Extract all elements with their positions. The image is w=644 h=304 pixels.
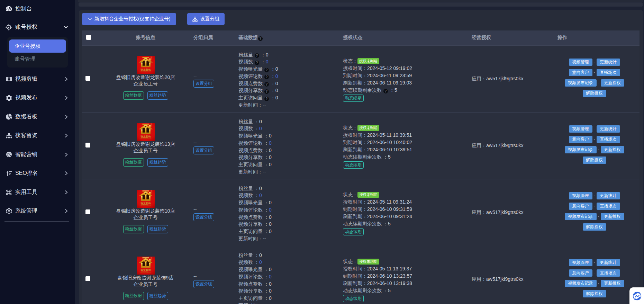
row-checkbox[interactable] <box>85 276 90 281</box>
fans-trend-button[interactable]: 粉丝趋势 <box>147 225 168 233</box>
op-button[interactable]: 意向客户 <box>569 203 592 210</box>
help-icon[interactable]: ? <box>264 75 269 79</box>
set-group-button[interactable]: 设置分组 <box>187 13 225 25</box>
sidebar-item-5[interactable]: 获客留资 <box>0 127 75 144</box>
set-group-row-button[interactable]: 设置分组 <box>193 213 214 221</box>
fans-trend-button[interactable]: 粉丝趋势 <box>147 91 168 100</box>
op-button[interactable]: 直播场次 <box>597 203 620 210</box>
customer-service-button[interactable] <box>629 287 644 304</box>
stat-line: 粉丝量 ：0 <box>238 118 336 125</box>
fans-data-button[interactable]: 粉丝数据 <box>123 225 144 233</box>
op-dash: - <box>598 214 599 219</box>
dynamic-renew-button[interactable]: 动态续期 <box>343 95 364 102</box>
sidebar-item-0[interactable]: 控制台 <box>0 0 75 17</box>
op-button[interactable]: 解除授权 <box>583 223 606 231</box>
set-group-row-button[interactable]: 设置分组 <box>193 80 214 88</box>
row-checkbox[interactable] <box>85 76 90 81</box>
set-group-row-button[interactable]: 设置分组 <box>193 280 214 288</box>
op-button[interactable]: 视频发布记录 <box>565 280 597 287</box>
status-badge: 授权未到期 <box>357 125 379 131</box>
op-button[interactable]: 直播场次 <box>597 136 620 143</box>
op-button[interactable]: 更新授权 <box>601 146 624 153</box>
sidebar-divider <box>4 221 69 222</box>
op-button[interactable]: 解除授权 <box>583 157 606 164</box>
op-button[interactable]: 视频管理 <box>569 259 592 266</box>
stat-value[interactable]: 0 <box>269 140 272 146</box>
op-button[interactable]: 视频发布记录 <box>565 79 597 87</box>
op-button[interactable]: 意向客户 <box>569 69 592 76</box>
header-group-label: 分组归属 <box>193 35 213 40</box>
op-button[interactable]: 视频管理 <box>569 192 592 199</box>
op-button[interactable]: 更新授权 <box>601 213 624 220</box>
row-checkbox[interactable] <box>85 143 90 147</box>
op-button[interactable]: 解除授权 <box>583 290 606 297</box>
toolbar: 新增抖音企业号授权(仅支持企业号) 设置分组 <box>82 13 640 25</box>
fans-data-button[interactable]: 粉丝数据 <box>123 158 144 167</box>
op-button[interactable]: 视频管理 <box>569 125 592 133</box>
op-button[interactable]: 意向客户 <box>569 136 592 143</box>
help-icon[interactable]: ? <box>255 61 259 65</box>
dynamic-renew-button[interactable]: 动态续期 <box>343 228 364 235</box>
dynamic-renew-button[interactable]: 动态续期 <box>343 295 364 302</box>
stat-value[interactable]: 0 <box>269 274 272 279</box>
op-button[interactable]: 更新统计 <box>597 259 620 266</box>
stat-value[interactable]: 0 <box>275 73 278 79</box>
sidebar-item-6[interactable]: 智能营销 <box>0 146 75 163</box>
stat-label: 视频数 <box>238 193 253 198</box>
fans-trend-button[interactable]: 粉丝趋势 <box>147 158 168 167</box>
help-icon[interactable]: ? <box>264 82 269 87</box>
fans-trend-button[interactable]: 粉丝趋势 <box>147 292 168 300</box>
help-icon[interactable]: ? <box>258 36 263 41</box>
sidebar-item-3[interactable]: 视频发布 <box>0 89 75 107</box>
op-button[interactable]: 视频管理 <box>569 59 592 66</box>
op-button[interactable]: 更新统计 <box>597 59 620 66</box>
op-button[interactable]: 视频发布记录 <box>565 213 597 220</box>
op-button[interactable]: 更新统计 <box>597 125 620 133</box>
row-checkbox[interactable] <box>85 209 90 214</box>
stat-line: 主页访问量 ：0 <box>238 295 336 302</box>
sidebar-item-2[interactable]: 视频剪辑 <box>0 70 75 88</box>
submenu-item-1[interactable]: 账号管理 <box>9 53 66 65</box>
submenu-item-0-active[interactable]: 企业号授权 <box>9 39 66 53</box>
op-button[interactable]: 视频发布记录 <box>565 146 597 153</box>
stat-value[interactable]: 0 <box>259 126 262 131</box>
operations-cell: 视频管理-更新统计意向客户-直播场次视频发布记录-更新授权解除授权 <box>554 112 640 179</box>
stat-value[interactable]: 0 <box>259 193 262 198</box>
help-icon[interactable]: ? <box>264 97 269 101</box>
op-row: 意向客户-直播场次 <box>557 69 631 76</box>
help-icon[interactable]: ? <box>383 89 388 93</box>
stat-value: 0 <box>269 295 272 301</box>
sidebar-item-label: 控制台 <box>15 5 63 12</box>
stat-value[interactable]: 0 <box>266 59 269 64</box>
op-button[interactable]: 更新统计 <box>597 192 620 199</box>
stat-line: 视频数 ：0 <box>238 259 336 266</box>
set-group-row-button[interactable]: 设置分组 <box>193 146 214 154</box>
help-icon[interactable]: ? <box>264 89 269 94</box>
op-button[interactable]: 直播场次 <box>597 269 620 277</box>
stat-value[interactable]: 0 <box>259 259 262 265</box>
sidebar-item-9[interactable]: 系统管理 <box>0 203 75 220</box>
table-row-2: 谢龙装饰XIE LONG ZHUANG SHI盘锦旧房改造谢龙装饰10店企业员工… <box>82 179 640 246</box>
fans-data-button[interactable]: 粉丝数据 <box>123 292 144 300</box>
add-enterprise-auth-button[interactable]: 新增抖音企业号授权(仅支持企业号) <box>82 13 176 25</box>
sidebar-item-1[interactable]: 账号授权 <box>0 18 75 36</box>
sidebar-item-7[interactable]: SEO排名 <box>0 165 75 182</box>
op-button[interactable]: 更新授权 <box>601 79 624 87</box>
stat-value[interactable]: 0 <box>269 207 272 213</box>
fans-data-button[interactable]: 粉丝数据 <box>123 91 144 100</box>
op-button[interactable]: 直播场次 <box>597 69 620 76</box>
stat-line: 主页访问量 ：0 <box>238 161 336 168</box>
help-icon[interactable]: ? <box>264 68 269 72</box>
select-all-checkbox[interactable] <box>86 35 91 40</box>
op-row: 视频发布记录-更新授权 <box>557 280 631 287</box>
op-row: 解除授权 <box>557 90 631 97</box>
op-button[interactable]: 更新授权 <box>601 280 624 287</box>
sidebar-item-4[interactable]: 数据看板 <box>0 108 75 125</box>
main-card: 新增抖音企业号授权(仅支持企业号) 设置分组 账号信息 分组归属 基础数据? 授… <box>79 10 643 304</box>
op-button[interactable]: 解除授权 <box>583 90 606 97</box>
op-button[interactable]: 意向客户 <box>569 269 592 277</box>
dynamic-renew-button[interactable]: 动态续期 <box>343 161 364 169</box>
stat-line: 更新时间：-- <box>238 302 336 304</box>
help-icon[interactable]: ? <box>255 53 259 58</box>
sidebar-item-8[interactable]: 实用工具 <box>0 184 75 201</box>
